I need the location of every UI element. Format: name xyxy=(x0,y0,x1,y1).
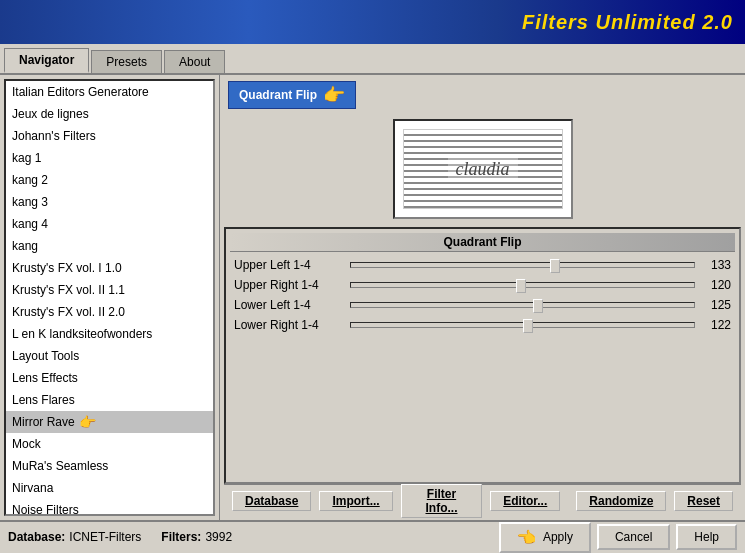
cancel-button[interactable]: Cancel xyxy=(597,524,670,550)
list-item[interactable]: Italian Editors Generatore xyxy=(6,81,213,103)
tab-navigator[interactable]: Navigator xyxy=(4,48,89,73)
database-value: ICNET-Filters xyxy=(69,530,141,544)
list-item[interactable]: kang 4 xyxy=(6,213,213,235)
action-buttons: 👉 Apply Cancel Help xyxy=(499,522,737,553)
filters-value: 3992 xyxy=(205,530,232,544)
bottom-toolbar: Database Import... Filter Info... Editor… xyxy=(224,484,741,516)
status-bar: Database: ICNET-Filters Filters: 3992 👉 … xyxy=(0,520,745,552)
list-item[interactable]: kag 1 xyxy=(6,147,213,169)
pointing-hand-apply-icon: 👉 xyxy=(517,528,537,547)
reset-button[interactable]: Reset xyxy=(674,491,733,511)
main-content: Italian Editors Generatore Jeux de ligne… xyxy=(0,75,745,520)
app-title: Filters Unlimited 2.0 xyxy=(522,11,733,34)
preview-text: claudia xyxy=(448,157,518,182)
active-filter-label: Quadrant Flip xyxy=(239,88,317,102)
filter-title-bar: Quadrant Flip xyxy=(230,233,735,252)
database-button[interactable]: Database xyxy=(232,491,311,511)
slider-value-upper-right: 120 xyxy=(701,278,731,292)
list-item[interactable]: Nirvana xyxy=(6,477,213,499)
list-item-layout-tools[interactable]: Layout Tools xyxy=(6,345,213,367)
list-item[interactable]: MuRa's Seamless xyxy=(6,455,213,477)
help-button[interactable]: Help xyxy=(676,524,737,550)
arrow-icon: 👉 xyxy=(79,413,96,431)
filter-name-badge: Quadrant Flip 👉 xyxy=(228,81,356,109)
list-item[interactable]: Jeux de lignes xyxy=(6,103,213,125)
filter-controls: Quadrant Flip Upper Left 1-4 133 Upper R… xyxy=(224,227,741,484)
slider-row-lower-left: Lower Left 1-4 125 xyxy=(230,298,735,312)
slider-track-upper-right[interactable] xyxy=(350,282,695,288)
tab-about[interactable]: About xyxy=(164,50,225,73)
slider-thumb-upper-right[interactable] xyxy=(516,279,526,293)
slider-value-lower-right: 122 xyxy=(701,318,731,332)
slider-label-upper-right: Upper Right 1-4 xyxy=(234,278,344,292)
slider-row-lower-right: Lower Right 1-4 122 xyxy=(230,318,735,332)
import-button[interactable]: Import... xyxy=(319,491,392,511)
list-item[interactable]: Mock xyxy=(6,433,213,455)
slider-thumb-upper-left[interactable] xyxy=(550,259,560,273)
title-bar: Filters Unlimited 2.0 xyxy=(0,0,745,44)
database-label: Database: xyxy=(8,530,65,544)
tabs-bar: Navigator Presets About xyxy=(0,44,745,75)
list-item[interactable]: Krusty's FX vol. I 1.0 xyxy=(6,257,213,279)
list-item[interactable]: Lens Effects xyxy=(6,367,213,389)
slider-thumb-lower-right[interactable] xyxy=(523,319,533,333)
slider-track-lower-left[interactable] xyxy=(350,302,695,308)
filters-label: Filters: xyxy=(161,530,201,544)
list-item-mirror-rave[interactable]: Mirror Rave 👉 xyxy=(6,411,213,433)
apply-button[interactable]: 👉 Apply xyxy=(499,522,591,553)
slider-row-upper-right: Upper Right 1-4 120 xyxy=(230,278,735,292)
status-filters: Filters: 3992 xyxy=(161,530,232,544)
filter-list-scroll[interactable]: Italian Editors Generatore Jeux de ligne… xyxy=(6,81,213,514)
slider-label-lower-right: Lower Right 1-4 xyxy=(234,318,344,332)
filter-title: Quadrant Flip xyxy=(444,235,522,249)
status-database: Database: ICNET-Filters xyxy=(8,530,141,544)
list-item[interactable]: Lens Flares xyxy=(6,389,213,411)
tab-presets[interactable]: Presets xyxy=(91,50,162,73)
editor-button[interactable]: Editor... xyxy=(490,491,560,511)
slider-value-upper-left: 133 xyxy=(701,258,731,272)
slider-label-lower-left: Lower Left 1-4 xyxy=(234,298,344,312)
slider-value-lower-left: 125 xyxy=(701,298,731,312)
list-item[interactable]: Krusty's FX vol. II 2.0 xyxy=(6,301,213,323)
list-item[interactable]: L en K landksiteofwonders xyxy=(6,323,213,345)
filter-list-container: Italian Editors Generatore Jeux de ligne… xyxy=(4,79,215,516)
slider-track-upper-left[interactable] xyxy=(350,262,695,268)
preview-area: claudia xyxy=(393,119,573,219)
slider-thumb-lower-left[interactable] xyxy=(533,299,543,313)
list-item[interactable]: kang 2 xyxy=(6,169,213,191)
list-item[interactable]: Johann's Filters xyxy=(6,125,213,147)
right-panel: Quadrant Flip 👉 claudia Quadrant Flip Up… xyxy=(220,75,745,520)
left-panel: Italian Editors Generatore Jeux de ligne… xyxy=(0,75,220,520)
slider-track-lower-right[interactable] xyxy=(350,322,695,328)
list-item[interactable]: Krusty's FX vol. II 1.1 xyxy=(6,279,213,301)
filter-info-button[interactable]: Filter Info... xyxy=(401,484,483,518)
preview-image: claudia xyxy=(403,129,563,209)
pointing-hand-icon: 👉 xyxy=(323,84,345,106)
list-item[interactable]: kang 3 xyxy=(6,191,213,213)
list-item[interactable]: kang xyxy=(6,235,213,257)
slider-label-upper-left: Upper Left 1-4 xyxy=(234,258,344,272)
list-item[interactable]: Noise Filters xyxy=(6,499,213,514)
active-filter-name-top: Quadrant Flip 👉 xyxy=(224,79,741,111)
slider-row-upper-left: Upper Left 1-4 133 xyxy=(230,258,735,272)
randomize-button[interactable]: Randomize xyxy=(576,491,666,511)
